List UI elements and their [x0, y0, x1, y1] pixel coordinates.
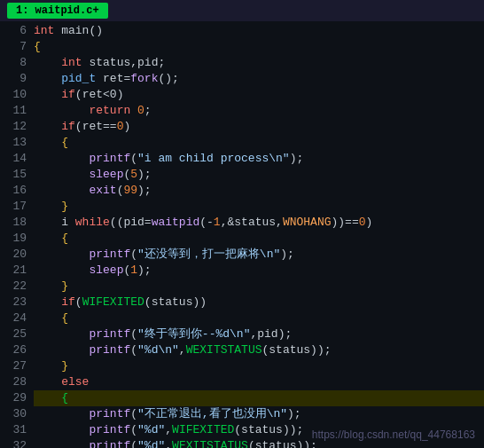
token [34, 88, 61, 101]
line-number: 25 [0, 326, 27, 342]
line-number: 12 [0, 119, 27, 135]
token: main() [54, 24, 103, 37]
token: , [165, 439, 172, 448]
token [34, 295, 61, 309]
token: 0 [359, 216, 366, 229]
token: printf [89, 439, 130, 448]
code-line: int status,pid; [34, 55, 484, 71]
token: ,&status, [221, 216, 283, 229]
code-line: { [34, 231, 484, 247]
token: (); [158, 72, 178, 85]
token [130, 104, 137, 117]
token: ); [287, 407, 301, 420]
token: WEXITSTATUS [186, 343, 262, 357]
line-number: 8 [0, 55, 27, 71]
token: } [61, 359, 68, 373]
token [34, 104, 89, 117]
token: ( [130, 152, 137, 165]
code-line: } [34, 358, 484, 374]
token [34, 120, 61, 133]
token: ( [130, 343, 137, 357]
token [34, 439, 89, 448]
token: printf [89, 327, 130, 341]
code-line: printf("i am child process\n"); [34, 151, 484, 167]
token [34, 279, 61, 293]
token [34, 184, 89, 197]
token: printf [89, 248, 130, 261]
line-number: 20 [0, 247, 27, 263]
code-line: } [34, 279, 484, 295]
token: ( [130, 248, 137, 261]
token: printf [89, 152, 130, 165]
line-number: 10 [0, 87, 27, 103]
line-number: 9 [0, 71, 27, 87]
line-number: 31 [0, 422, 27, 438]
token: printf [89, 423, 130, 436]
token: return [89, 104, 130, 117]
line-number: 17 [0, 199, 27, 215]
file-tab[interactable]: 1: waitpid.c+ [7, 3, 108, 19]
code-line: printf("不正常退出,看了也没用\n"); [34, 406, 484, 422]
token [34, 391, 61, 405]
token: { [61, 391, 68, 405]
token: ); [137, 184, 152, 197]
token: ( [130, 439, 137, 448]
token: "%d" [137, 439, 165, 448]
line-number: 27 [0, 358, 27, 374]
code-line: { [34, 135, 484, 151]
token: ) [366, 216, 373, 229]
token [34, 152, 89, 165]
token: (status)); [234, 423, 303, 436]
token: 5 [130, 168, 137, 181]
line-number: 29 [0, 390, 27, 406]
token: 0 [137, 104, 144, 117]
code-line: else [34, 374, 484, 390]
token: (- [199, 216, 214, 229]
code-line: int main() [34, 23, 484, 39]
token: (status)); [248, 439, 317, 448]
line-number: 14 [0, 151, 27, 167]
token [34, 263, 89, 277]
token [34, 72, 61, 85]
line-number: 13 [0, 135, 27, 151]
token: printf [89, 407, 130, 420]
code-line: sleep(1); [34, 263, 484, 279]
line-number: 26 [0, 342, 27, 358]
token: WIFEXITED [82, 295, 144, 309]
token [34, 136, 61, 149]
token: WNOHANG [283, 216, 332, 229]
token: "还没等到，打一把麻将\n" [137, 248, 280, 261]
token [34, 407, 89, 420]
token: ; [144, 104, 152, 117]
line-numbers: 6789101112131415161718192021222324252627… [0, 21, 34, 448]
token: { [34, 40, 41, 53]
line-number: 16 [0, 183, 27, 199]
line-number: 30 [0, 406, 27, 422]
token: int [61, 56, 82, 69]
token: else [61, 375, 89, 389]
token: } [61, 200, 68, 213]
token [34, 423, 89, 436]
token: sleep [89, 168, 123, 181]
line-number: 28 [0, 374, 27, 390]
code-line: if(WIFEXITED(status)) [34, 295, 484, 310]
line-number: 32 [0, 438, 27, 448]
token: ( [130, 423, 137, 436]
code-content[interactable]: int main(){ int status,pid; pid_t ret=fo… [34, 21, 484, 448]
token: , [165, 423, 172, 436]
line-number: 24 [0, 310, 27, 326]
line-number: 15 [0, 167, 27, 183]
token [34, 343, 89, 357]
token [34, 375, 61, 389]
token: "%d\n" [137, 343, 179, 357]
token: printf [89, 343, 130, 357]
token: status,pid; [82, 56, 166, 69]
token: i [34, 216, 75, 229]
token: fork [130, 72, 158, 85]
editor: 1: waitpid.c+ 67891011121314151617181920… [0, 0, 484, 448]
token: 1 [130, 263, 137, 277]
token: "%d" [137, 423, 165, 436]
token: "终于等到你--%d\n" [137, 327, 250, 341]
token: ,pid); [250, 327, 292, 341]
token: ) [123, 120, 130, 133]
